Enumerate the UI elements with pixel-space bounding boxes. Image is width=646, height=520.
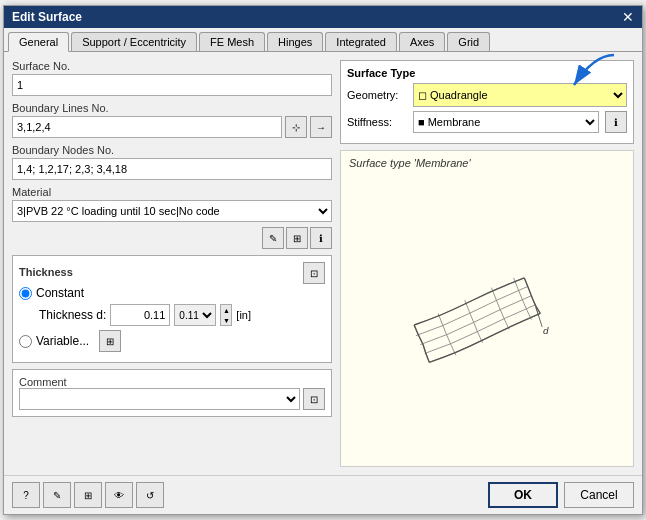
thickness-info-btn[interactable]: ⊡	[303, 262, 325, 284]
thickness-d-label: Thickness d:	[39, 308, 106, 322]
constant-radio-row: Constant	[19, 286, 325, 300]
bottom-edit-btn[interactable]: ✎	[43, 482, 71, 508]
constant-label: Constant	[36, 286, 84, 300]
tab-axes[interactable]: Axes	[399, 32, 445, 51]
variable-radio-row: Variable... ⊞	[19, 330, 325, 352]
surface-type-title: Surface Type	[347, 67, 627, 79]
cancel-button[interactable]: Cancel	[564, 482, 634, 508]
thickness-unit-select[interactable]: 0.11	[174, 304, 216, 326]
svg-line-1	[536, 307, 542, 327]
material-table-btn[interactable]: ⊞	[286, 227, 308, 249]
comment-label: Comment	[19, 376, 325, 388]
geometry-select[interactable]: ◻ Quadrangle	[413, 83, 627, 107]
ok-button[interactable]: OK	[488, 482, 558, 508]
bottom-bar: ? ✎ ⊞ 👁 ↺ OK Cancel	[4, 475, 642, 514]
boundary-nodes-input[interactable]	[12, 158, 332, 180]
geometry-row: Geometry: ◻ Quadrangle	[347, 83, 627, 107]
boundary-lines-arrow-btn[interactable]: →	[310, 116, 332, 138]
thickness-d-input[interactable]	[110, 304, 170, 326]
tab-integrated[interactable]: Integrated	[325, 32, 397, 51]
material-group: Material 3|PVB 22 °C loading until 10 se…	[12, 186, 332, 249]
close-button[interactable]: ✕	[622, 10, 634, 24]
comment-btn[interactable]: ⊡	[303, 388, 325, 410]
bottom-help-btn[interactable]: ?	[12, 482, 40, 508]
boundary-lines-pick-btn[interactable]: ⊹	[285, 116, 307, 138]
constant-radio[interactable]	[19, 287, 32, 300]
title-bar: Edit Surface ✕	[4, 6, 642, 28]
surface-no-input[interactable]	[12, 74, 332, 96]
boundary-lines-row: ⊹ →	[12, 116, 332, 138]
boundary-lines-input[interactable]	[12, 116, 282, 138]
boundary-nodes-group: Boundary Nodes No.	[12, 144, 332, 180]
bottom-reload-btn[interactable]: ↺	[136, 482, 164, 508]
surface-preview-box: Surface type 'Membrane'	[340, 150, 634, 467]
material-edit-btn[interactable]: ✎	[262, 227, 284, 249]
material-row: 3|PVB 22 °C loading until 10 sec|No code	[12, 200, 332, 222]
thickness-down-btn[interactable]: ▼	[221, 315, 231, 325]
bottom-eye-btn[interactable]: 👁	[105, 482, 133, 508]
comment-row: ⊡	[19, 388, 325, 410]
material-info-btn[interactable]: ℹ	[310, 227, 332, 249]
comment-section: Comment ⊡	[12, 369, 332, 417]
boundary-nodes-label: Boundary Nodes No.	[12, 144, 332, 156]
tab-support-eccentricity[interactable]: Support / Eccentricity	[71, 32, 197, 51]
comment-select[interactable]	[19, 388, 300, 410]
stiffness-select[interactable]: ■ Membrane	[413, 111, 599, 133]
stiffness-label: Stiffness:	[347, 116, 407, 128]
material-label: Material	[12, 186, 332, 198]
thickness-section: Thickness ⊡ Constant Thickness d: 0.11 ▲…	[12, 255, 332, 363]
main-content: Surface No. Boundary Lines No. ⊹ → Bound…	[4, 52, 642, 475]
thickness-unit-label: [in]	[236, 309, 251, 321]
surface-preview-svg: d	[397, 229, 577, 389]
bottom-left-icons: ? ✎ ⊞ 👁 ↺	[12, 482, 164, 508]
surface-no-group: Surface No.	[12, 60, 332, 96]
tab-fe-mesh[interactable]: FE Mesh	[199, 32, 265, 51]
left-panel: Surface No. Boundary Lines No. ⊹ → Bound…	[12, 60, 332, 467]
variable-table-btn[interactable]: ⊞	[99, 330, 121, 352]
thickness-up-btn[interactable]: ▲	[221, 305, 231, 315]
material-icons-row: ✎ ⊞ ℹ	[12, 227, 332, 249]
geometry-label: Geometry:	[347, 89, 407, 101]
surface-no-label: Surface No.	[12, 60, 332, 72]
surface-type-box: Surface Type Geometry: ◻ Quadrangle Stif…	[340, 60, 634, 144]
boundary-lines-label: Boundary Lines No.	[12, 102, 332, 114]
thickness-title: Thickness	[19, 266, 73, 278]
thickness-spinner: ▲ ▼	[220, 304, 232, 326]
tab-grid[interactable]: Grid	[447, 32, 490, 51]
tab-general[interactable]: General	[8, 32, 69, 52]
bottom-right-btns: OK Cancel	[488, 482, 634, 508]
thickness-d-row: Thickness d: 0.11 ▲ ▼ [in]	[39, 304, 325, 326]
variable-radio[interactable]	[19, 335, 32, 348]
boundary-lines-group: Boundary Lines No. ⊹ →	[12, 102, 332, 138]
tab-bar: General Support / Eccentricity FE Mesh H…	[4, 28, 642, 52]
tab-hinges[interactable]: Hinges	[267, 32, 323, 51]
svg-text:d: d	[543, 324, 549, 335]
preview-label: Surface type 'Membrane'	[349, 157, 471, 169]
edit-surface-dialog: Edit Surface ✕ General Support / Eccentr…	[3, 5, 643, 515]
bottom-table-btn[interactable]: ⊞	[74, 482, 102, 508]
stiffness-row: Stiffness: ■ Membrane ℹ	[347, 111, 627, 133]
material-select[interactable]: 3|PVB 22 °C loading until 10 sec|No code	[12, 200, 332, 222]
dialog-title: Edit Surface	[12, 10, 82, 24]
variable-label: Variable...	[36, 334, 89, 348]
stiffness-info-btn[interactable]: ℹ	[605, 111, 627, 133]
